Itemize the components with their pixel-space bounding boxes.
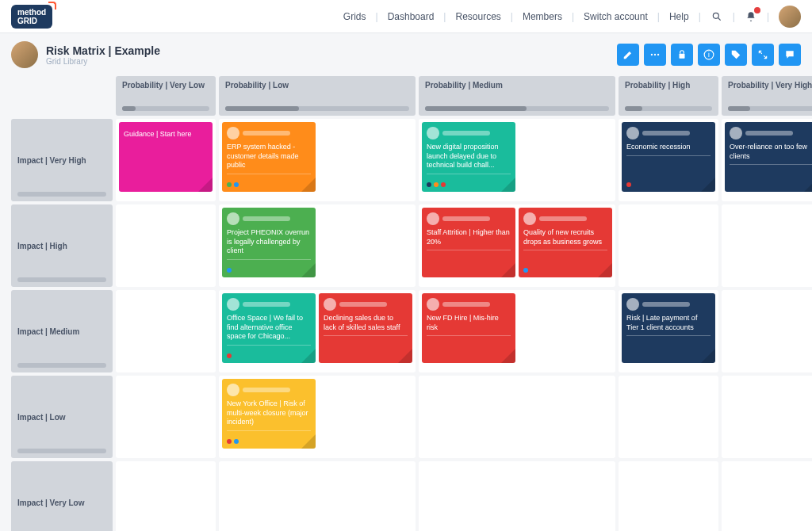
comment-button[interactable] — [779, 44, 801, 66]
cell[interactable] — [722, 376, 812, 458]
cell[interactable] — [619, 204, 718, 287]
search-icon[interactable] — [710, 10, 723, 23]
row-header-medium[interactable]: Impact | Medium — [11, 290, 113, 372]
svg-point-2 — [651, 54, 653, 55]
cell[interactable] — [116, 376, 216, 458]
svg-text:i: i — [708, 52, 710, 59]
card-ny[interactable]: New York Office | Risk of multi-week clo… — [222, 379, 316, 449]
cell[interactable] — [722, 290, 812, 372]
card-avatar — [324, 298, 336, 311]
grid-actions: i — [617, 44, 801, 66]
cell[interactable]: Staff Attrition | Higher than 20% Qualit… — [419, 204, 615, 287]
card-avatar — [227, 127, 239, 139]
nav-help[interactable]: Help — [669, 11, 689, 22]
row-header-very-low[interactable]: Impact | Very Low — [11, 461, 113, 531]
bell-icon[interactable] — [745, 10, 757, 23]
cell[interactable] — [116, 204, 216, 287]
lock-button[interactable] — [671, 44, 693, 66]
col-header-medium[interactable]: Probability | Medium.col-head:nth-child(… — [419, 76, 615, 116]
card-erp[interactable]: ERP system hacked - customer details mad… — [222, 122, 316, 192]
cell[interactable]: New York Office | Risk of multi-week clo… — [219, 376, 416, 458]
card-avatar — [227, 384, 239, 396]
cell[interactable] — [116, 461, 216, 531]
page-title: Risk Matrix | Example — [46, 44, 160, 57]
cell[interactable]: Project PHEONIX overrun is legally chall… — [219, 204, 416, 287]
card-fd[interactable]: New FD Hire | Mis-hire risk — [422, 293, 515, 363]
cell[interactable]: Risk | Late payment of Tier 1 client acc… — [619, 290, 718, 372]
tag-button[interactable] — [725, 44, 747, 66]
nav-dashboard[interactable]: Dashboard — [388, 11, 435, 22]
row-header-high[interactable]: Impact | High — [11, 204, 113, 287]
card-avatar — [227, 212, 239, 225]
edit-button[interactable] — [617, 44, 639, 66]
breadcrumb[interactable]: Grid Library — [46, 57, 160, 66]
topbar: methodGRID Grids| Dashboard| Resources| … — [0, 0, 812, 33]
row-header-very-high[interactable]: Impact | Very High — [11, 119, 113, 201]
cell[interactable] — [722, 204, 812, 287]
card-overreliance[interactable]: Over-reliance on too few clients — [725, 122, 812, 192]
card-latepay[interactable]: Risk | Late payment of Tier 1 client acc… — [622, 293, 715, 363]
corner-cell — [11, 76, 113, 116]
row-header-low[interactable]: Impact | Low — [11, 376, 113, 458]
svg-point-3 — [654, 54, 656, 55]
card-office[interactable]: Office Space | We fail to find alternati… — [222, 293, 316, 363]
svg-rect-5 — [680, 54, 685, 59]
info-button[interactable]: i — [698, 44, 720, 66]
card-attrition[interactable]: Staff Attrition | Higher than 20% — [422, 208, 515, 277]
cell[interactable]: Over-reliance on too few clients — [722, 119, 812, 201]
card-avatar — [523, 212, 536, 225]
user-avatar[interactable] — [779, 6, 801, 28]
card-recruits[interactable]: Quality of new recruits drops as busines… — [519, 208, 612, 277]
more-button[interactable] — [644, 44, 666, 66]
card-pheonix[interactable]: Project PHEONIX overrun is legally chall… — [222, 208, 316, 277]
cell[interactable]: Office Space | We fail to find alternati… — [219, 290, 416, 372]
card-recession[interactable]: Economic recession — [622, 122, 715, 192]
nav-members[interactable]: Members — [523, 11, 562, 22]
risk-grid: Probability | Very Low.col-head:nth-chil… — [11, 76, 801, 531]
nav-resources[interactable]: Resources — [455, 11, 500, 22]
card-avatar — [730, 127, 742, 139]
svg-point-0 — [713, 13, 718, 18]
cell[interactable] — [419, 376, 615, 458]
cell[interactable] — [619, 461, 718, 531]
nav-switch-account[interactable]: Switch account — [584, 11, 648, 22]
card-avatar — [626, 298, 639, 311]
sub-header: Risk Matrix | Example Grid Library i — [0, 33, 812, 76]
col-header-very-high[interactable]: Probability | Very High.col-head:nth-chi… — [722, 76, 812, 116]
col-header-very-low[interactable]: Probability | Very Low.col-head:nth-chil… — [116, 76, 216, 116]
card-digital[interactable]: New digital proposition launch delayed d… — [422, 122, 515, 192]
card-avatar — [626, 127, 639, 139]
cell[interactable]: Guidance | Start here — [116, 119, 216, 201]
cell[interactable]: ERP system hacked - customer details mad… — [219, 119, 416, 201]
card-avatar — [427, 298, 439, 311]
cell[interactable]: New digital proposition launch delayed d… — [419, 119, 615, 201]
card-avatar — [427, 127, 439, 139]
card-avatar — [427, 212, 439, 225]
nav-grids[interactable]: Grids — [343, 11, 366, 22]
card-avatar — [227, 298, 239, 311]
card-guidance[interactable]: Guidance | Start here — [119, 122, 213, 192]
grid-owner-avatar — [11, 41, 38, 68]
card-sales[interactable]: Declining sales due to lack of skilled s… — [319, 293, 412, 363]
cell[interactable] — [619, 376, 718, 458]
cell[interactable] — [419, 461, 615, 531]
cell[interactable] — [219, 461, 416, 531]
expand-button[interactable] — [752, 44, 774, 66]
svg-point-4 — [657, 54, 659, 55]
col-header-low[interactable]: Probability | Low.col-head:nth-child(3) … — [219, 76, 416, 116]
cell[interactable] — [116, 290, 216, 372]
cell[interactable]: Economic recession — [619, 119, 718, 201]
col-header-high[interactable]: Probability | High.col-head:nth-child(5)… — [619, 76, 718, 116]
cell[interactable] — [722, 461, 812, 531]
cell[interactable]: New FD Hire | Mis-hire risk — [419, 290, 615, 372]
logo[interactable]: methodGRID — [11, 5, 52, 29]
top-nav: Grids| Dashboard| Resources| Members| Sw… — [343, 6, 801, 28]
svg-line-1 — [718, 17, 721, 20]
